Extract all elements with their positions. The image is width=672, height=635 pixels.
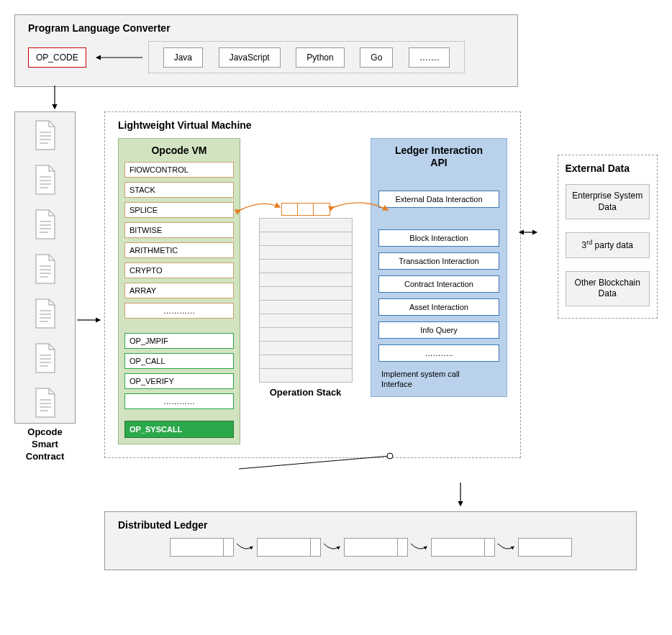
svg-line-31 <box>239 456 390 469</box>
arrow-contract-to-lvm-icon <box>76 111 104 485</box>
lightweight-vm-box: Lightweight Virtual Machine Opcode VM Fl… <box>104 111 521 458</box>
svg-point-32 <box>387 453 393 459</box>
syscall-interface-label: Implement system callInterface <box>378 369 499 390</box>
api-contract: Contract Interaction <box>378 275 499 293</box>
program-language-converter: Program Language Converter OP_CODE Java … <box>14 14 518 87</box>
chain-arrow-icon <box>496 538 517 557</box>
document-icon <box>32 164 58 196</box>
stack-top-frame <box>281 203 330 216</box>
smart-contract-column: OpcodeSmartContract <box>14 111 76 463</box>
api-transaction: Transaction Interaction <box>378 252 499 270</box>
op-verify: OP_VERIFY <box>124 373 234 389</box>
arrow-langs-to-opcode-icon <box>91 50 148 65</box>
lang-python: Python <box>296 47 344 68</box>
vm-category-more: ………… <box>124 303 234 319</box>
vm-category-bitwise: BITWISE <box>124 222 234 238</box>
ledger-block <box>344 538 408 557</box>
op-more: ………… <box>124 393 234 409</box>
lang-javascript: JavaScript <box>219 47 281 68</box>
ledger-block <box>431 538 495 557</box>
api-asset: Asset Interaction <box>378 298 499 316</box>
opcode-vm-title: Opcode VM <box>124 145 234 156</box>
stack-body <box>259 219 353 383</box>
external-title: External Data <box>566 163 650 174</box>
ext-enterprise: Enterprise System Data <box>566 184 650 219</box>
vm-category-arithmetic: ARITHMETIC <box>124 242 234 258</box>
ledger-block <box>257 538 321 557</box>
api-more: ……….. <box>378 344 499 362</box>
arrow-api-to-ledger-icon <box>101 483 648 511</box>
op-jmpif: OP_JMPIF <box>124 333 234 349</box>
document-icon <box>32 342 58 374</box>
lvm-title: Lightweight Virtual Machine <box>118 119 507 131</box>
vm-category-splice: SPLICE <box>124 202 234 218</box>
distributed-ledger-box: Distributed Ledger <box>104 511 637 570</box>
document-icon <box>32 119 58 151</box>
operation-stack: Operation Stack <box>253 203 358 398</box>
arrow-opcode-to-contract-icon <box>47 86 105 114</box>
api-block: Block Interaction <box>378 229 499 247</box>
smart-contract-label: OpcodeSmartContract <box>14 426 76 463</box>
api-external-data: External Data Interaction <box>378 191 499 208</box>
vm-category-flowcontrol: FlOWCONTROL <box>124 162 234 178</box>
ledger-block <box>170 538 234 557</box>
document-icon <box>32 209 58 240</box>
ledger-api-title: Ledger InteractionAPI <box>378 145 499 169</box>
lang-more: ……. <box>409 47 450 68</box>
vm-category-array: ARRAY <box>124 283 234 298</box>
lang-go: Go <box>360 47 393 68</box>
dl-title: Distributed Ledger <box>118 519 623 531</box>
ledger-api-panel: Ledger InteractionAPI External Data Inte… <box>371 138 507 397</box>
op-code-box: OP_CODE <box>28 47 86 68</box>
plc-title: Program Language Converter <box>28 22 504 34</box>
document-icon <box>32 253 58 285</box>
arrow-api-to-external-icon <box>518 111 537 485</box>
vm-category-stack: STACK <box>124 182 234 198</box>
ext-third-party: 3rd party data <box>566 232 650 258</box>
document-icon <box>32 387 58 419</box>
op-syscall: OP_SYSCALL <box>124 421 234 438</box>
ledger-block <box>518 538 572 557</box>
external-data-box: External Data Enterprise System Data 3rd… <box>558 155 658 319</box>
vm-category-crypto: CRYPTO <box>124 262 234 278</box>
lang-java: Java <box>163 47 203 68</box>
chain-arrow-icon <box>322 538 342 557</box>
smart-contract-box <box>14 111 76 424</box>
stack-label: Operation Stack <box>270 387 342 398</box>
document-icon <box>32 298 58 329</box>
op-call: OP_CALL <box>124 353 234 369</box>
languages-container: Java JavaScript Python Go ……. <box>148 41 466 73</box>
chain-arrow-icon <box>409 538 430 557</box>
api-info-query: Info Query <box>378 321 499 339</box>
chain-arrow-icon <box>235 538 255 557</box>
opcode-vm-panel: Opcode VM FlOWCONTROL STACK SPLICE BITWI… <box>118 138 240 444</box>
ext-other-blockchain: Other Blockchain Data <box>566 271 650 306</box>
ledger-chain <box>118 538 623 557</box>
